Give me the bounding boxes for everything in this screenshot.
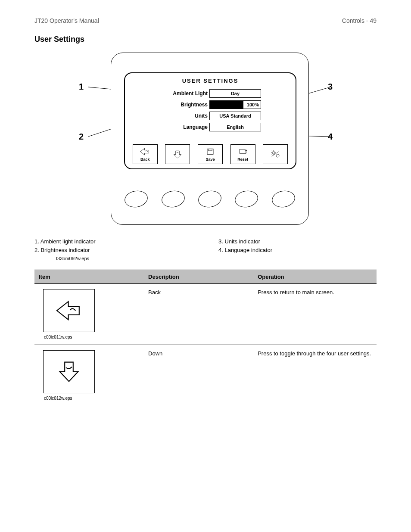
svg-line-15 xyxy=(272,154,272,154)
sun-moon-icon xyxy=(269,149,281,159)
softkey-label: Back xyxy=(140,157,150,162)
device-screen: USER SETTINGS Ambient Light Day Brightne… xyxy=(124,72,296,169)
table-cell-desc: Down xyxy=(144,345,253,406)
softkey-day-night[interactable] xyxy=(263,144,288,164)
header-rule xyxy=(34,26,377,26)
down-arrow-icon xyxy=(43,350,95,393)
physical-button-row xyxy=(111,191,308,207)
screen-title: USER SETTINGS xyxy=(125,78,296,84)
icon-caption: c00ic012w.eps xyxy=(44,396,140,401)
setting-label: Units xyxy=(152,113,208,119)
setting-units: Units USA Standard xyxy=(125,112,296,120)
device-outline: USER SETTINGS Ambient Light Day Brightne… xyxy=(111,53,309,225)
legend-item: 1. Ambient light indicator xyxy=(34,238,193,246)
svg-rect-5 xyxy=(209,149,212,151)
physical-button[interactable] xyxy=(234,189,259,209)
svg-line-13 xyxy=(272,151,272,151)
table-header-item: Item xyxy=(34,270,144,284)
device-diagram: 1 2 3 4 USER SETTINGS Ambient Light Day … xyxy=(76,53,335,233)
svg-line-16 xyxy=(275,151,275,151)
back-arrow-icon xyxy=(43,289,95,332)
setting-ambient-light: Ambient Light Day xyxy=(125,89,296,98)
table-header-op: Operation xyxy=(253,270,377,284)
table-cell-op: Press to toggle through the four user se… xyxy=(253,345,377,406)
setting-label: Ambient Light xyxy=(152,90,208,96)
brightness-fill xyxy=(210,101,243,109)
settings-list: Ambient Light Day Brightness 100% Units … xyxy=(125,89,296,131)
softkey-row: Back Save xyxy=(125,144,296,164)
svg-rect-6 xyxy=(240,149,245,153)
setting-value: USA Standard xyxy=(209,112,261,120)
callout-2: 2 xyxy=(79,132,84,142)
table-cell-desc: Back xyxy=(144,284,253,345)
physical-button[interactable] xyxy=(123,189,149,209)
callout-3: 3 xyxy=(328,82,333,92)
svg-point-8 xyxy=(272,152,275,154)
legend-item: 3. Units indicator xyxy=(218,238,377,246)
setting-value: English xyxy=(209,123,261,131)
table-row: c00ic011w.eps Back Press to return to ma… xyxy=(34,284,377,345)
header-right: Controls - 49 xyxy=(342,17,377,24)
legend-item: 4. Language indicator xyxy=(218,246,377,254)
physical-button[interactable] xyxy=(197,189,223,209)
svg-marker-7 xyxy=(245,149,247,151)
svg-point-18 xyxy=(276,154,279,157)
manual-page: JT20 Operator's Manual Controls - 49 Use… xyxy=(0,0,411,423)
callout-1: 1 xyxy=(79,82,84,92)
softkey-reset[interactable]: Reset xyxy=(230,144,255,164)
section-title: User Settings xyxy=(34,35,377,44)
back-arrow-icon xyxy=(139,147,151,156)
brightness-bar: 100% xyxy=(209,100,261,109)
legend-item: 2. Brightness indicator xyxy=(34,246,193,254)
setting-language: Language English xyxy=(125,123,296,131)
table-row: c00ic012w.eps Down Press to toggle throu… xyxy=(34,345,377,406)
save-icon xyxy=(204,147,216,156)
physical-button[interactable] xyxy=(160,189,186,209)
table-cell-op: Press to return to main screen. xyxy=(253,284,377,345)
softkey-back[interactable]: Back xyxy=(133,144,158,164)
setting-label: Brightness xyxy=(152,102,208,108)
table-header-desc: Description xyxy=(144,270,253,284)
header-left: JT20 Operator's Manual xyxy=(34,17,99,24)
figure-filename: t33om092w.eps xyxy=(56,256,377,261)
softkey-save[interactable]: Save xyxy=(198,144,223,164)
brightness-percentage: 100% xyxy=(247,101,259,109)
setting-label: Language xyxy=(152,124,208,130)
callout-4: 4 xyxy=(328,132,333,142)
reset-icon xyxy=(237,147,249,156)
physical-button[interactable] xyxy=(271,189,296,209)
setting-brightness: Brightness 100% xyxy=(125,100,296,109)
icon-caption: c00ic011w.eps xyxy=(44,335,140,339)
softkey-reference-table: Item Description Operation c00ic011w.eps… xyxy=(34,270,377,406)
softkey-label: Reset xyxy=(237,157,248,162)
svg-rect-4 xyxy=(207,149,213,155)
softkey-down[interactable] xyxy=(165,144,190,164)
page-header: JT20 Operator's Manual Controls - 49 xyxy=(34,17,377,24)
callout-legend: 1. Ambient light indicator 2. Brightness… xyxy=(34,238,377,256)
svg-line-17 xyxy=(272,152,279,156)
softkey-label: Save xyxy=(206,157,215,162)
down-arrow-icon xyxy=(171,149,184,159)
setting-value: Day xyxy=(209,89,261,98)
